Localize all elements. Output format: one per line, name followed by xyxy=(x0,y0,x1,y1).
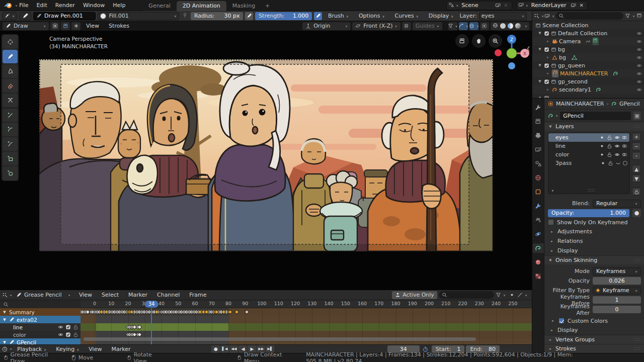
blender-logo-icon[interactable]: ∨ xyxy=(3,2,14,10)
filter-by-type-dropdown[interactable]: Keyframe∨ xyxy=(593,287,641,295)
tab-masking[interactable]: Masking xyxy=(226,1,261,11)
tab-object[interactable] xyxy=(533,187,544,197)
move-layer-up-button[interactable]: ▲ xyxy=(632,165,641,173)
add-layer-button[interactable]: + xyxy=(632,133,641,141)
outliner-row-bg-object[interactable]: ▸ bg xyxy=(532,53,644,61)
layers-panel-header[interactable]: ▼Layers:::: xyxy=(544,122,644,131)
eye-icon[interactable] xyxy=(614,135,620,140)
outliner-row-camera[interactable]: ▸ Camera xyxy=(532,37,644,45)
channel-extra02[interactable]: ▼extra02 xyxy=(0,316,80,323)
dope-select-menu[interactable]: Select xyxy=(98,292,123,298)
render-layer-name[interactable]: RenderLayer xyxy=(528,2,570,9)
tab-world[interactable] xyxy=(533,173,544,183)
blend-mode-dropdown[interactable]: Regular∨ xyxy=(593,200,641,208)
view-layer-icon[interactable] xyxy=(518,2,524,9)
onion-skin-icon[interactable] xyxy=(622,143,627,149)
erase-tool-button[interactable] xyxy=(3,79,18,93)
tab-scene[interactable] xyxy=(533,159,544,168)
brush-preview-button[interactable] xyxy=(19,12,31,20)
menu-window[interactable]: Window xyxy=(79,2,109,9)
mode-dropdown[interactable]: Draw∨ xyxy=(3,22,49,30)
layer-opacity-slider[interactable]: Opacity:1.000 xyxy=(548,209,629,217)
dope-search-input[interactable] xyxy=(439,291,494,299)
keyframe-area[interactable]: 0102030405060708090100110120130140150160… xyxy=(80,300,532,344)
material-selector[interactable]: Fill.001∨ xyxy=(98,12,179,20)
curves-menu[interactable]: Curves∨ xyxy=(391,13,423,19)
tab-material[interactable] xyxy=(533,257,544,267)
lock-icon[interactable] xyxy=(73,332,78,337)
line-tool-button[interactable] xyxy=(3,108,18,122)
onion-opacity-field[interactable]: 0.026 xyxy=(593,277,641,285)
outliner-filter-dropdown[interactable]: ∨ xyxy=(625,13,635,19)
remove-layer-button[interactable]: − xyxy=(632,142,641,150)
draw-tool-button[interactable] xyxy=(3,50,18,63)
layer-row-3pass[interactable]: 3pass xyxy=(548,159,629,167)
strength-slider[interactable]: Strength:1.000 xyxy=(255,12,312,20)
fill-tool-button[interactable] xyxy=(3,64,18,78)
tab-modifiers[interactable] xyxy=(533,201,544,211)
keyframes-before-field[interactable]: 1 xyxy=(593,296,641,304)
record-button[interactable]: ● xyxy=(211,345,220,353)
section-adjustments[interactable]: ▸Adjustments xyxy=(544,227,644,236)
multiframe-toggle-icon[interactable] xyxy=(50,22,59,30)
lock-icon[interactable] xyxy=(73,324,78,330)
guides-toggle-icon[interactable] xyxy=(61,22,70,30)
vertex-groups-panel-header[interactable]: ▸Vertex Groups:::: xyxy=(544,335,644,344)
stroke-placement-dropdown[interactable]: Origin∨ xyxy=(302,22,351,30)
menu-help[interactable]: Help xyxy=(109,2,129,9)
outliner-row-gp-second-collection[interactable]: ▼ gp_second xyxy=(532,77,644,85)
channel-gpencil[interactable]: ▼GPencil xyxy=(0,338,80,344)
outliner-display-mode-dropdown[interactable]: ∨ xyxy=(534,12,543,20)
radius-pressure-toggle[interactable] xyxy=(245,12,253,20)
editor-type-dropdown[interactable]: ∨ xyxy=(3,291,12,299)
horizontal-scrollbar[interactable] xyxy=(84,337,476,341)
breadcrumb-object[interactable]: MAINCHARACTER xyxy=(556,101,604,107)
custom-colors-checkbox[interactable] xyxy=(558,318,565,324)
outliner-search-input[interactable] xyxy=(555,12,623,20)
checkbox-icon[interactable] xyxy=(65,324,71,330)
dope-frame-menu[interactable]: Frame xyxy=(185,292,210,298)
onion-skin-icon[interactable] xyxy=(622,152,627,157)
dope-channel-menu[interactable]: Channel xyxy=(153,292,184,298)
arc-tool-button[interactable] xyxy=(3,123,18,136)
display-menu[interactable]: Display∨ xyxy=(425,13,458,19)
drawing-plane-dropdown[interactable]: Front (X-Z)∨ xyxy=(352,22,400,30)
show-only-keyframed-checkbox[interactable]: Show Only On Keyframed xyxy=(544,218,644,227)
current-frame-badge[interactable]: 34 xyxy=(145,301,158,308)
layer-list-expand[interactable]: ▸:::: xyxy=(550,188,627,193)
outliner-row-scene-collection[interactable]: Scene Collection xyxy=(532,21,644,29)
layer-specials-dropdown[interactable]: ∨ xyxy=(632,152,641,160)
eye-icon[interactable] xyxy=(636,31,642,36)
selectability-dropdown[interactable]: ∨ xyxy=(448,22,457,30)
snap-toggle-icon[interactable] xyxy=(71,22,80,30)
keyframe-diamond[interactable] xyxy=(234,310,239,315)
active-layer-dropdown[interactable]: eyes∨ xyxy=(479,12,527,20)
tab-tool[interactable] xyxy=(533,103,544,112)
timeline-view-menu[interactable]: View xyxy=(85,346,106,352)
outliner-row-default-collection[interactable]: ▼ Default Collection xyxy=(532,29,644,37)
onion-skin-icon[interactable] xyxy=(622,135,627,140)
datablock-name-field[interactable]: GPencil xyxy=(560,112,631,120)
new-layer-button[interactable] xyxy=(570,2,578,9)
scene-name[interactable]: Scene xyxy=(458,2,494,9)
onion-mode-dropdown[interactable]: Keyframes∨ xyxy=(593,267,641,276)
menu-file[interactable]: File xyxy=(15,2,32,9)
cursor-tool-button[interactable] xyxy=(3,35,18,49)
section-relations[interactable]: ▸Relations xyxy=(544,236,644,246)
outliner-row-maincharacter[interactable]: ▸ MAINCHARACTER xyxy=(532,69,644,77)
brush-name-field[interactable]: Draw Pen.001 xyxy=(33,12,95,20)
channel-line[interactable]: line xyxy=(0,323,80,331)
view-menu[interactable]: View xyxy=(82,23,103,29)
channel-color[interactable]: color xyxy=(0,331,80,338)
eye-icon[interactable] xyxy=(636,71,642,76)
fake-user-button[interactable]: ▣ xyxy=(633,112,641,120)
layer-row-color[interactable]: color xyxy=(548,150,629,159)
outliner-row-bg-collection[interactable]: ▼ bg xyxy=(532,45,644,53)
lock-others-button[interactable] xyxy=(632,188,641,196)
eye-icon[interactable] xyxy=(636,79,642,84)
cutter-tool-button[interactable] xyxy=(3,94,18,107)
jump-to-start-button[interactable]: ▌◀ xyxy=(220,345,229,353)
axis-gizmo[interactable]: Z X xyxy=(491,32,531,100)
section-onion-display[interactable]: ▸Display xyxy=(544,325,644,335)
prev-keyframe-button[interactable]: ◀◀ xyxy=(229,345,238,353)
